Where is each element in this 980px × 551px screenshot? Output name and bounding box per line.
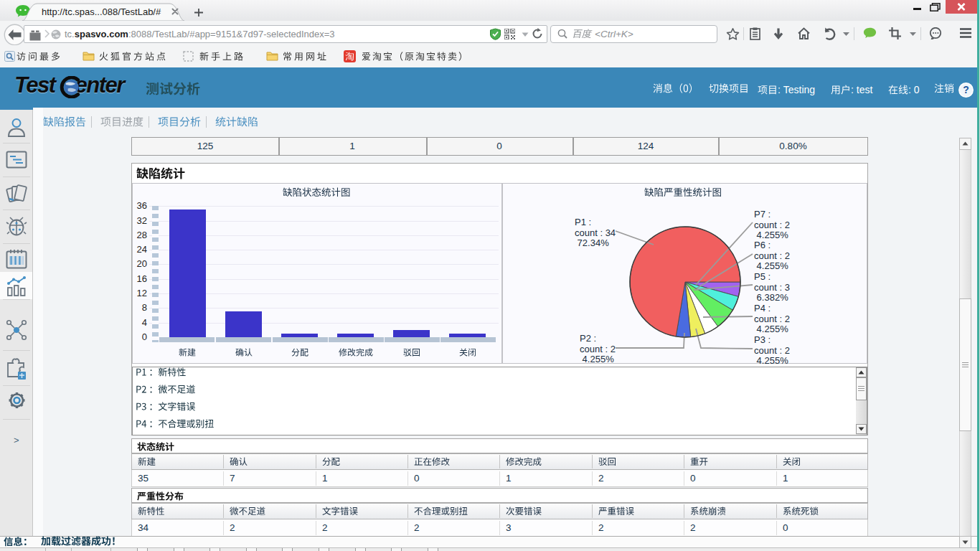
svg-text:?: ? <box>963 84 969 95</box>
